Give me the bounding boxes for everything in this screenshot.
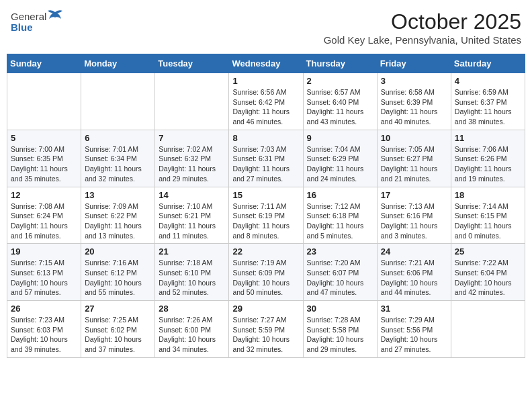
- calendar-cell: [7, 73, 81, 130]
- calendar-week-row-2: 5Sunrise: 7:00 AM Sunset: 6:35 PM Daylig…: [7, 130, 525, 187]
- calendar-header-tuesday: Tuesday: [155, 54, 229, 73]
- calendar-cell: 12Sunrise: 7:08 AM Sunset: 6:24 PM Dayli…: [7, 187, 81, 244]
- day-number: 22: [232, 246, 299, 257]
- calendar-cell: 8Sunrise: 7:03 AM Sunset: 6:31 PM Daylig…: [229, 130, 303, 187]
- calendar-cell: 1Sunrise: 6:56 AM Sunset: 6:42 PM Daylig…: [229, 73, 303, 130]
- day-number: 19: [11, 246, 77, 257]
- day-number: 16: [307, 190, 373, 200]
- calendar-cell: 22Sunrise: 7:19 AM Sunset: 6:09 PM Dayli…: [229, 244, 303, 301]
- day-info: Sunrise: 7:23 AM Sunset: 6:03 PM Dayligh…: [11, 315, 77, 355]
- day-number: 5: [11, 133, 77, 143]
- title-block: October 2025 Gold Key Lake, Pennsylvania…: [324, 9, 521, 46]
- day-info: Sunrise: 7:25 AM Sunset: 6:02 PM Dayligh…: [85, 315, 151, 355]
- calendar-cell: 2Sunrise: 6:57 AM Sunset: 6:40 PM Daylig…: [303, 73, 377, 130]
- day-number: 6: [85, 133, 151, 143]
- day-number: 21: [159, 246, 225, 257]
- calendar-week-row-4: 19Sunrise: 7:15 AM Sunset: 6:13 PM Dayli…: [7, 244, 525, 301]
- day-number: 3: [381, 76, 447, 86]
- day-number: 9: [307, 133, 373, 143]
- day-number: 23: [307, 246, 373, 257]
- calendar-cell: [155, 73, 229, 130]
- day-number: 24: [381, 246, 447, 257]
- calendar-cell: 4Sunrise: 6:59 AM Sunset: 6:37 PM Daylig…: [451, 73, 525, 130]
- day-info: Sunrise: 7:18 AM Sunset: 6:10 PM Dayligh…: [159, 258, 225, 298]
- calendar-cell: 27Sunrise: 7:25 AM Sunset: 6:02 PM Dayli…: [81, 301, 155, 358]
- logo-blue-text: Blue: [11, 21, 33, 33]
- calendar-header-thursday: Thursday: [303, 54, 377, 73]
- logo: General Blue: [11, 9, 62, 33]
- calendar-cell: 15Sunrise: 7:11 AM Sunset: 6:19 PM Dayli…: [229, 187, 303, 244]
- calendar-cell: 11Sunrise: 7:06 AM Sunset: 6:26 PM Dayli…: [451, 130, 525, 187]
- day-info: Sunrise: 7:01 AM Sunset: 6:34 PM Dayligh…: [85, 144, 151, 184]
- calendar-week-row-3: 12Sunrise: 7:08 AM Sunset: 6:24 PM Dayli…: [7, 187, 525, 244]
- calendar-cell: [451, 301, 525, 358]
- day-number: 13: [85, 190, 151, 200]
- day-info: Sunrise: 7:04 AM Sunset: 6:29 PM Dayligh…: [307, 144, 373, 184]
- day-number: 25: [455, 246, 521, 257]
- day-info: Sunrise: 7:03 AM Sunset: 6:31 PM Dayligh…: [232, 144, 299, 184]
- day-info: Sunrise: 7:20 AM Sunset: 6:07 PM Dayligh…: [307, 258, 373, 298]
- day-number: 31: [381, 304, 447, 314]
- day-info: Sunrise: 6:58 AM Sunset: 6:39 PM Dayligh…: [381, 87, 447, 127]
- calendar-table: SundayMondayTuesdayWednesdayThursdayFrid…: [7, 54, 525, 358]
- calendar-cell: 29Sunrise: 7:27 AM Sunset: 5:59 PM Dayli…: [229, 301, 303, 358]
- calendar-week-row-5: 26Sunrise: 7:23 AM Sunset: 6:03 PM Dayli…: [7, 301, 525, 358]
- day-number: 1: [232, 76, 299, 86]
- day-info: Sunrise: 7:26 AM Sunset: 6:00 PM Dayligh…: [159, 315, 225, 355]
- day-info: Sunrise: 7:13 AM Sunset: 6:16 PM Dayligh…: [381, 201, 447, 241]
- day-number: 2: [307, 76, 373, 86]
- calendar-cell: 17Sunrise: 7:13 AM Sunset: 6:16 PM Dayli…: [377, 187, 451, 244]
- day-info: Sunrise: 7:05 AM Sunset: 6:27 PM Dayligh…: [381, 144, 447, 184]
- location-subtitle: Gold Key Lake, Pennsylvania, United Stat…: [324, 34, 521, 46]
- day-info: Sunrise: 7:15 AM Sunset: 6:13 PM Dayligh…: [11, 258, 77, 298]
- calendar-cell: [81, 73, 155, 130]
- day-number: 11: [455, 133, 521, 143]
- calendar-cell: 21Sunrise: 7:18 AM Sunset: 6:10 PM Dayli…: [155, 244, 229, 301]
- day-info: Sunrise: 7:29 AM Sunset: 5:56 PM Dayligh…: [381, 315, 447, 355]
- calendar-cell: 23Sunrise: 7:20 AM Sunset: 6:07 PM Dayli…: [303, 244, 377, 301]
- calendar-cell: 24Sunrise: 7:21 AM Sunset: 6:06 PM Dayli…: [377, 244, 451, 301]
- day-info: Sunrise: 7:22 AM Sunset: 6:04 PM Dayligh…: [455, 258, 521, 298]
- day-info: Sunrise: 7:09 AM Sunset: 6:22 PM Dayligh…: [85, 201, 151, 241]
- day-info: Sunrise: 7:21 AM Sunset: 6:06 PM Dayligh…: [381, 258, 447, 298]
- day-number: 15: [232, 190, 299, 200]
- day-info: Sunrise: 7:08 AM Sunset: 6:24 PM Dayligh…: [11, 201, 77, 241]
- calendar-cell: 28Sunrise: 7:26 AM Sunset: 6:00 PM Dayli…: [155, 301, 229, 358]
- day-number: 26: [11, 304, 77, 314]
- day-info: Sunrise: 7:12 AM Sunset: 6:18 PM Dayligh…: [307, 201, 373, 241]
- day-info: Sunrise: 7:10 AM Sunset: 6:21 PM Dayligh…: [159, 201, 225, 241]
- day-number: 20: [85, 246, 151, 257]
- calendar-cell: 6Sunrise: 7:01 AM Sunset: 6:34 PM Daylig…: [81, 130, 155, 187]
- day-info: Sunrise: 7:28 AM Sunset: 5:58 PM Dayligh…: [307, 315, 373, 355]
- day-info: Sunrise: 7:19 AM Sunset: 6:09 PM Dayligh…: [232, 258, 299, 298]
- day-number: 12: [11, 190, 77, 200]
- calendar-header-sunday: Sunday: [7, 54, 81, 73]
- day-info: Sunrise: 7:14 AM Sunset: 6:15 PM Dayligh…: [455, 201, 521, 241]
- day-number: 7: [159, 133, 225, 143]
- calendar-cell: 5Sunrise: 7:00 AM Sunset: 6:35 PM Daylig…: [7, 130, 81, 187]
- calendar-cell: 10Sunrise: 7:05 AM Sunset: 6:27 PM Dayli…: [377, 130, 451, 187]
- day-number: 4: [455, 76, 521, 86]
- calendar-cell: 25Sunrise: 7:22 AM Sunset: 6:04 PM Dayli…: [451, 244, 525, 301]
- day-number: 29: [232, 304, 299, 314]
- calendar-cell: 7Sunrise: 7:02 AM Sunset: 6:32 PM Daylig…: [155, 130, 229, 187]
- day-info: Sunrise: 7:27 AM Sunset: 5:59 PM Dayligh…: [232, 315, 299, 355]
- day-info: Sunrise: 6:56 AM Sunset: 6:42 PM Dayligh…: [232, 87, 299, 127]
- calendar-cell: 13Sunrise: 7:09 AM Sunset: 6:22 PM Dayli…: [81, 187, 155, 244]
- day-info: Sunrise: 6:57 AM Sunset: 6:40 PM Dayligh…: [307, 87, 373, 127]
- calendar-cell: 20Sunrise: 7:16 AM Sunset: 6:12 PM Dayli…: [81, 244, 155, 301]
- calendar-cell: 30Sunrise: 7:28 AM Sunset: 5:58 PM Dayli…: [303, 301, 377, 358]
- day-number: 17: [381, 190, 447, 200]
- day-number: 18: [455, 190, 521, 200]
- day-info: Sunrise: 6:59 AM Sunset: 6:37 PM Dayligh…: [455, 87, 521, 127]
- calendar-cell: 26Sunrise: 7:23 AM Sunset: 6:03 PM Dayli…: [7, 301, 81, 358]
- calendar-cell: 19Sunrise: 7:15 AM Sunset: 6:13 PM Dayli…: [7, 244, 81, 301]
- calendar-cell: 14Sunrise: 7:10 AM Sunset: 6:21 PM Dayli…: [155, 187, 229, 244]
- calendar-header-friday: Friday: [377, 54, 451, 73]
- calendar-cell: 9Sunrise: 7:04 AM Sunset: 6:29 PM Daylig…: [303, 130, 377, 187]
- day-number: 14: [159, 190, 225, 200]
- calendar-week-row-1: 1Sunrise: 6:56 AM Sunset: 6:42 PM Daylig…: [7, 73, 525, 130]
- calendar-header-monday: Monday: [81, 54, 155, 73]
- day-number: 30: [307, 304, 373, 314]
- calendar-header-wednesday: Wednesday: [229, 54, 303, 73]
